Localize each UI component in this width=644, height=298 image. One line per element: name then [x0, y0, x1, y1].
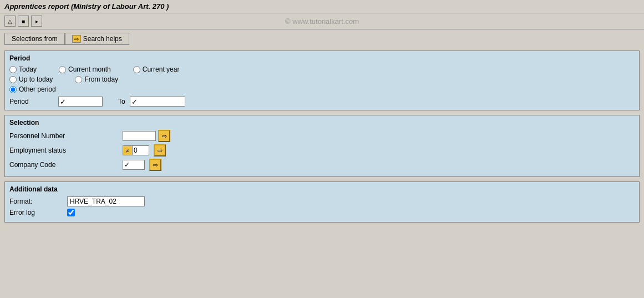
company-code-arrow-button[interactable]: ⇨: [149, 159, 161, 171]
additional-data-header: Additional data: [9, 185, 635, 193]
period-to-input[interactable]: [130, 97, 185, 107]
format-label: Format:: [9, 198, 65, 205]
period-section-header: Period: [9, 54, 635, 62]
additional-data-section: Additional data Format: Error log: [4, 181, 640, 223]
employment-status-input[interactable]: [133, 145, 149, 155]
company-code-row: Company Code ⇨: [9, 159, 635, 171]
personnel-number-arrow-button[interactable]: ⇨: [158, 130, 170, 142]
error-log-checkbox[interactable]: [67, 209, 75, 216]
radio-from-today-input[interactable]: [75, 76, 82, 83]
title-bar: Apprentices report (Ministry of Labour A…: [0, 0, 644, 13]
company-code-label: Company Code: [9, 161, 120, 169]
search-helps-arrow-icon: ⇨: [72, 35, 81, 43]
radio-current-month-label: Current month: [68, 65, 111, 73]
format-row: Format:: [9, 196, 635, 206]
format-input[interactable]: [67, 196, 145, 206]
app-title: Apprentices report (Ministry of Labour A…: [4, 2, 169, 11]
selections-from-button[interactable]: Selections from: [4, 33, 65, 45]
employment-status-label: Employment status: [9, 147, 120, 154]
error-log-label: Error log: [9, 209, 65, 216]
selection-section: Selection Personnel Number ⇨ Employment …: [4, 115, 640, 177]
toolbar-icons: △ ■ ▸: [4, 16, 42, 27]
radio-current-month[interactable]: Current month: [59, 65, 111, 73]
period-from-input[interactable]: [58, 97, 103, 107]
main-content: Period Today Current month Current year …: [0, 48, 644, 229]
employment-status-wrapper: ≠: [123, 145, 149, 155]
back-icon[interactable]: △: [4, 16, 16, 27]
employment-status-arrow-button[interactable]: ⇨: [154, 144, 166, 156]
radio-current-year-input[interactable]: [133, 66, 140, 73]
period-section: Period Today Current month Current year …: [4, 50, 640, 110]
radio-current-year-label: Current year: [143, 65, 180, 73]
selection-section-header: Selection: [9, 119, 635, 127]
personnel-number-row: Personnel Number ⇨: [9, 130, 635, 142]
save-icon[interactable]: ■: [18, 16, 29, 27]
button-bar: Selections from ⇨ Search helps: [0, 29, 644, 48]
toolbar: △ ■ ▸ © www.tutorialkart.com: [0, 13, 644, 29]
radio-current-month-input[interactable]: [59, 66, 66, 73]
error-log-row: Error log: [9, 209, 635, 216]
radio-other-period[interactable]: Other period: [9, 85, 56, 93]
radio-today-input[interactable]: [9, 66, 17, 73]
radio-up-to-today-input[interactable]: [9, 76, 17, 83]
watermark: © www.tutorialkart.com: [285, 17, 359, 26]
search-helps-label: Search helps: [83, 35, 122, 43]
radio-up-to-today-label: Up to today: [19, 75, 53, 83]
radio-up-to-today[interactable]: Up to today: [9, 75, 53, 83]
search-helps-button[interactable]: ⇨ Search helps: [65, 33, 129, 45]
period-field-label: Period: [9, 98, 54, 105]
execute-icon[interactable]: ▸: [31, 16, 42, 27]
company-code-input[interactable]: [123, 160, 145, 170]
employment-status-row: Employment status ≠ ⇨: [9, 144, 635, 156]
selections-from-label: Selections from: [12, 35, 58, 43]
radio-from-today-label: From today: [84, 75, 118, 83]
radio-today-label: Today: [19, 65, 37, 73]
radio-current-year[interactable]: Current year: [133, 65, 180, 73]
radio-today[interactable]: Today: [9, 65, 37, 73]
radio-from-today[interactable]: From today: [75, 75, 118, 83]
employment-status-icon[interactable]: ≠: [123, 145, 133, 155]
radio-other-period-label: Other period: [19, 85, 56, 93]
period-to-label: To: [118, 98, 125, 105]
radio-other-period-input[interactable]: [9, 86, 17, 93]
personnel-number-input[interactable]: [123, 131, 156, 141]
period-range-row: Period To: [9, 97, 635, 107]
personnel-number-label: Personnel Number: [9, 132, 120, 140]
